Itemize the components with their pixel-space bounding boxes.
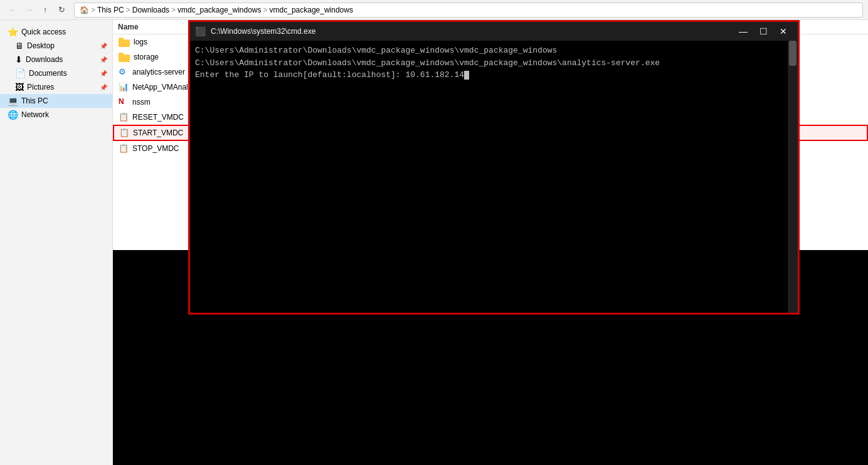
cmd-scrollbar[interactable]	[788, 41, 798, 313]
app-icon: ⚙	[119, 67, 129, 77]
file-name: nssm	[132, 98, 151, 107]
cmd-maximize-button[interactable]: ☐	[754, 24, 773, 38]
pictures-pin-icon: 📌	[100, 84, 107, 91]
cmd-title-text: C:\Windows\system32\cmd.exe	[211, 27, 729, 36]
nav-buttons: ← → ↑ ↻	[5, 3, 69, 18]
breadcrumb-home-icon: 🏠	[80, 6, 89, 14]
sidebar-label-documents: Documents	[29, 69, 67, 78]
file-name: STOP_VMDC	[132, 144, 179, 153]
cmd-icon: ⬛	[195, 26, 206, 36]
network-icon: 🌐	[8, 110, 18, 120]
sidebar-item-this-pc[interactable]: 💻 This PC	[0, 94, 112, 108]
refresh-button[interactable]: ↻	[54, 3, 69, 18]
breadcrumb-this-pc[interactable]: This PC	[97, 6, 124, 14]
back-button[interactable]: ←	[5, 3, 20, 18]
breadcrumb-downloads[interactable]: Downloads	[132, 6, 169, 14]
sidebar-item-documents[interactable]: 📄 Documents 📌	[0, 66, 112, 80]
sidebar-label-pictures: Pictures	[27, 83, 54, 91]
sidebar: ⭐ Quick access 🖥 Desktop 📌 ⬇ Downloads 📌…	[0, 20, 113, 465]
cmd-line3: Enter the IP to launch[default:localhost…	[195, 69, 793, 81]
file-name: RESET_VMDC	[132, 113, 184, 122]
file-name: storage	[134, 53, 159, 61]
breadcrumb-folder1[interactable]: vmdc_package_windows	[177, 6, 261, 14]
sidebar-label-downloads: Downloads	[26, 55, 63, 64]
sidebar-item-pictures[interactable]: 🖼 Pictures 📌	[0, 80, 112, 94]
cmd-scroll-thumb[interactable]	[789, 41, 797, 66]
sidebar-label-quick-access: Quick access	[21, 28, 66, 36]
file-area: Name Date modified Type Size logs 12/3/2…	[113, 20, 868, 465]
sidebar-item-downloads[interactable]: ⬇ Downloads 📌	[0, 53, 112, 66]
cmd-line1: C:\Users\Administrator\Downloads\vmdc_pa…	[195, 44, 793, 57]
bat-icon: 📋	[119, 128, 129, 138]
sidebar-item-quick-access[interactable]: ⭐ Quick access	[0, 25, 112, 39]
cmd-cursor	[464, 71, 469, 80]
file-name: logs	[134, 38, 147, 46]
file-name: START_VMDC	[133, 128, 183, 137]
sidebar-label-this-pc: This PC	[21, 97, 48, 105]
cmd-window[interactable]: ⬛ C:\Windows\system32\cmd.exe — ☐ ✕ C:\U…	[188, 20, 800, 315]
xlsx-icon: 📊	[119, 82, 129, 92]
cmd-line2: C:\Users\Administrator\Downloads\vmdc_pa…	[195, 57, 793, 70]
documents-icon: 📄	[15, 68, 26, 78]
sidebar-item-network[interactable]: 🌐 Network	[0, 108, 112, 122]
downloads-pin-icon: 📌	[100, 56, 107, 63]
sidebar-label-network: Network	[21, 110, 49, 119]
quick-access-icon: ⭐	[8, 27, 18, 37]
sidebar-item-desktop[interactable]: 🖥 Desktop 📌	[0, 39, 112, 53]
up-button[interactable]: ↑	[38, 3, 53, 18]
documents-pin-icon: 📌	[100, 70, 107, 77]
explorer-body: ⭐ Quick access 🖥 Desktop 📌 ⬇ Downloads 📌…	[0, 20, 868, 465]
bat-icon: 📋	[119, 144, 129, 154]
bat-icon: 📋	[119, 112, 129, 122]
desktop-pin-icon: 📌	[100, 43, 107, 50]
cmd-minimize-button[interactable]: —	[734, 24, 753, 38]
forward-button[interactable]: →	[21, 3, 36, 18]
downloads-icon: ⬇	[15, 55, 23, 65]
nssm-icon: N	[119, 97, 129, 107]
cmd-close-button[interactable]: ✕	[774, 24, 793, 38]
cmd-body: C:\Users\Administrator\Downloads\vmdc_pa…	[190, 41, 798, 313]
file-name: analytics-server	[132, 68, 185, 76]
this-pc-icon: 💻	[8, 96, 18, 106]
folder-icon	[119, 37, 130, 47]
desktop-icon: 🖥	[15, 41, 24, 51]
cmd-controls: — ☐ ✕	[734, 24, 793, 38]
folder-icon	[119, 52, 130, 62]
sidebar-label-desktop: Desktop	[27, 41, 55, 50]
breadcrumb-folder2[interactable]: vmdc_package_windows	[270, 6, 353, 14]
breadcrumb[interactable]: 🏠 > This PC > Downloads > vmdc_package_w…	[74, 3, 863, 18]
cmd-title-bar: ⬛ C:\Windows\system32\cmd.exe — ☐ ✕	[190, 22, 798, 41]
title-bar: ← → ↑ ↻ 🏠 > This PC > Downloads > vmdc_p…	[0, 0, 868, 20]
pictures-icon: 🖼	[15, 82, 24, 92]
